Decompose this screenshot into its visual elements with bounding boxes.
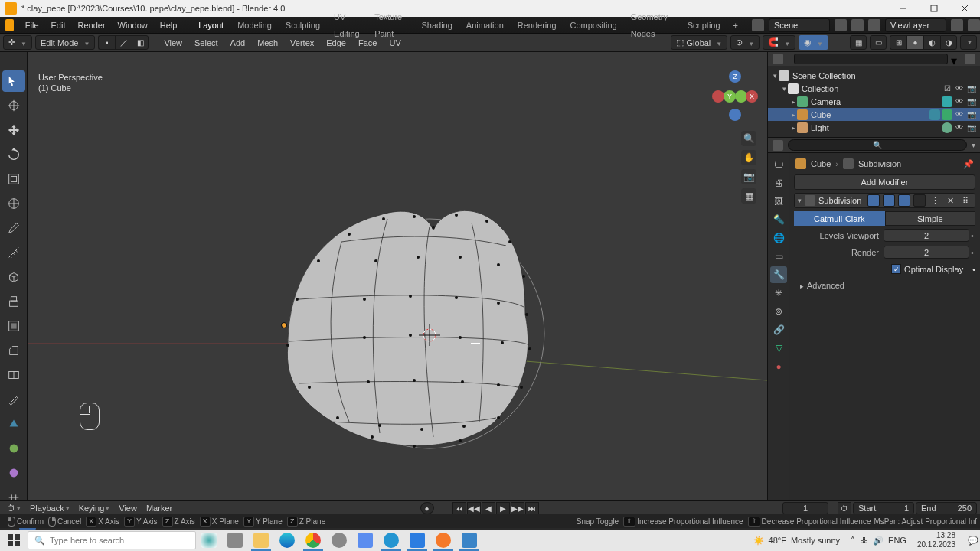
properties-editor-type-icon[interactable] xyxy=(773,140,783,151)
menu-add[interactable]: Add xyxy=(226,38,250,47)
workspace-tab-modeling[interactable]: Modeling xyxy=(230,17,279,34)
outliner-new-collection-icon[interactable] xyxy=(965,54,975,64)
pan-button[interactable]: ✋ xyxy=(741,150,756,165)
taskbar-weather[interactable]: ☀️ 48°F Mostly sunny xyxy=(747,536,847,546)
prop-tab-viewlayer[interactable]: 🖼 xyxy=(770,193,787,210)
shading-wireframe[interactable]: ⊞ xyxy=(890,35,906,50)
menu-edit[interactable]: Edit xyxy=(45,17,72,34)
scene-pin-icon[interactable] xyxy=(851,19,864,31)
hide-icon[interactable]: 👁 xyxy=(954,109,965,120)
axis-y-pos[interactable]: Y xyxy=(724,90,736,103)
camera-view-button[interactable]: 📷 xyxy=(741,169,756,184)
editor-type-dropdown[interactable]: ✛ xyxy=(3,35,32,50)
scale-tool[interactable] xyxy=(2,168,25,190)
scene-new-icon[interactable] xyxy=(835,19,847,31)
menu-help[interactable]: Help xyxy=(154,17,184,34)
outliner-camera[interactable]: ▸ Camera 👁 📷 xyxy=(768,95,980,108)
vertex-select-mode[interactable]: ▪ xyxy=(98,35,115,50)
inset-tool[interactable] xyxy=(2,315,25,337)
prop-tab-output[interactable]: 🖨 xyxy=(770,174,787,191)
outliner-cube[interactable]: ▸ Cube 👁 📷 xyxy=(768,108,980,121)
tray-language-icon[interactable]: ENG xyxy=(888,536,906,545)
prop-tab-scene[interactable]: 🔦 xyxy=(770,211,787,228)
modifier-header[interactable]: ▾ Subdivision ⋮ ✕ ⠿ xyxy=(794,193,975,208)
spin-tool[interactable] xyxy=(2,438,25,459)
shading-rendered[interactable]: ◑ xyxy=(940,35,957,50)
workspace-tab-texturepaint[interactable]: Texture Paint xyxy=(368,8,414,42)
disable-render-icon[interactable]: 📷 xyxy=(966,83,977,94)
cursor-tool[interactable] xyxy=(2,95,25,116)
tray-chevron-icon[interactable]: ˄ xyxy=(851,536,855,546)
breadcrumb-object[interactable]: Cube xyxy=(811,159,831,168)
window-maximize[interactable] xyxy=(919,0,949,17)
timeline-keying-menu[interactable]: Keying▾ xyxy=(75,504,114,513)
annotate-tool[interactable] xyxy=(2,217,25,239)
window-close[interactable] xyxy=(949,0,980,17)
modifier-extras-icon[interactable]: ⋮ xyxy=(929,196,941,206)
taskbar-blender[interactable] xyxy=(430,530,456,551)
transform-tool[interactable] xyxy=(2,193,25,214)
menu-select[interactable]: Select xyxy=(190,38,223,47)
pin-icon[interactable]: 📌 xyxy=(963,159,974,169)
taskbar-app-2[interactable] xyxy=(352,530,378,551)
tray-volume-icon[interactable]: 🔊 xyxy=(873,536,884,546)
taskbar-chrome[interactable] xyxy=(300,530,326,551)
polybuild-tool[interactable] xyxy=(2,413,25,435)
snap-dropdown[interactable]: 🧲 xyxy=(763,35,795,50)
taskbar-edge[interactable] xyxy=(274,530,300,551)
current-frame-field[interactable]: 1 xyxy=(782,502,828,514)
workspace-tab-uvediting[interactable]: UV Editing xyxy=(327,8,368,42)
taskbar-app-1[interactable] xyxy=(326,530,352,551)
hide-icon[interactable]: 👁 xyxy=(954,83,965,94)
tray-network-icon[interactable]: 🖧 xyxy=(860,536,868,545)
taskbar-mail[interactable] xyxy=(404,530,430,551)
shading-solid[interactable]: ● xyxy=(906,35,923,50)
workspace-tab-animation[interactable]: Animation xyxy=(459,17,511,34)
prop-tab-physics[interactable]: ⊚ xyxy=(770,303,787,320)
system-tray[interactable]: ˄ 🖧 🔊 ENG xyxy=(846,536,911,546)
hide-icon[interactable]: 👁 xyxy=(954,96,965,107)
notifications-button[interactable]: 💬 xyxy=(966,530,980,551)
smooth-tool[interactable] xyxy=(2,462,25,484)
timeline-marker-menu[interactable]: Marker xyxy=(142,504,176,513)
taskbar-telegram[interactable] xyxy=(378,530,404,551)
axis-z-pos[interactable]: Z xyxy=(729,70,741,83)
modifier-name[interactable]: Subdivision xyxy=(818,196,864,205)
prop-tab-constraints[interactable]: 🔗 xyxy=(770,321,787,338)
keyframe-prev-button[interactable]: ◀◀ xyxy=(467,502,481,514)
shading-material[interactable]: ◐ xyxy=(923,35,940,50)
timeline-view-menu[interactable]: View xyxy=(115,504,141,513)
prop-tab-particles[interactable]: ✳ xyxy=(770,285,787,302)
outliner-search[interactable] xyxy=(794,54,948,64)
modifier-drag-icon[interactable]: ⠿ xyxy=(959,196,972,206)
menu-render[interactable]: Render xyxy=(72,17,112,34)
disable-render-icon[interactable]: 📷 xyxy=(966,109,977,120)
advanced-panel-header[interactable]: ▸Advanced xyxy=(794,281,975,290)
menu-edge[interactable]: Edge xyxy=(322,38,351,47)
disable-render-icon[interactable]: 📷 xyxy=(966,96,977,107)
viewlayer-new-icon[interactable] xyxy=(951,19,963,31)
taskbar-cortana[interactable] xyxy=(196,530,222,551)
start-button[interactable] xyxy=(0,530,28,551)
measure-tool[interactable] xyxy=(2,242,25,263)
outliner-collection[interactable]: ▾ Collection ☑ 👁 📷 xyxy=(768,82,980,95)
menu-face[interactable]: Face xyxy=(354,38,381,47)
keyframe-next-button[interactable]: ▶▶ xyxy=(511,502,524,514)
mod-edit-mode-toggle[interactable] xyxy=(883,194,895,207)
prop-tab-modifier[interactable]: 🔧 xyxy=(770,266,787,283)
scene-name-input[interactable] xyxy=(769,18,830,32)
rotate-tool[interactable] xyxy=(2,144,25,165)
taskbar-search-box[interactable]: 🔍 Type here to search xyxy=(28,531,196,549)
xray-toggle[interactable]: ▭ xyxy=(870,35,887,50)
taskbar-explorer[interactable] xyxy=(248,530,274,551)
field-animate-dot[interactable]: • xyxy=(972,265,975,274)
menu-uv[interactable]: UV xyxy=(384,38,405,47)
proportional-dropdown[interactable]: ◉ xyxy=(799,35,828,50)
breadcrumb-modifier[interactable]: Subdivision xyxy=(858,159,901,168)
workspace-tab-layout[interactable]: Layout xyxy=(191,17,230,34)
extrude-tool[interactable] xyxy=(2,291,25,312)
prop-tab-render[interactable]: 🖵 xyxy=(770,156,787,173)
zoom-button[interactable]: 🔍 xyxy=(741,131,756,146)
pivot-dropdown[interactable]: ⊙ xyxy=(730,35,760,50)
viewlayer-browse-icon[interactable] xyxy=(868,19,880,31)
